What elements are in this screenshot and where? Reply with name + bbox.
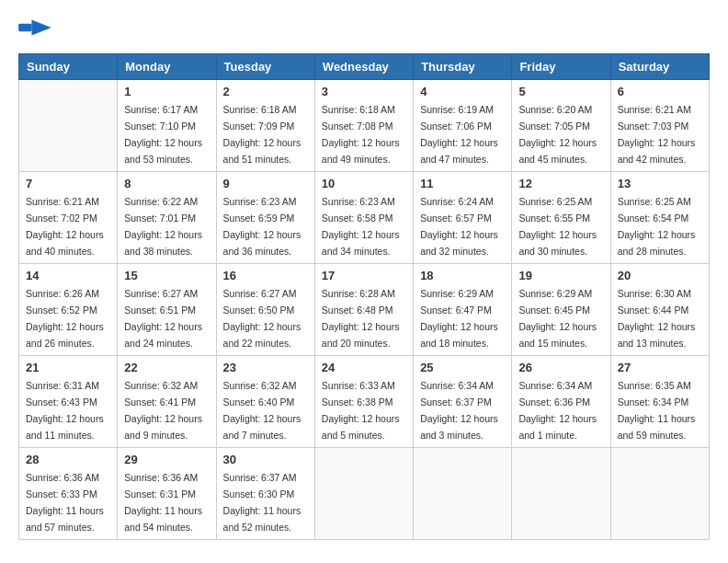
day-number: 2: [223, 85, 308, 98]
day-sunset: Sunset: 6:45 PM: [518, 304, 590, 316]
calendar-cell: 26 Sunrise: 6:34 AM Sunset: 6:36 PM Dayl…: [512, 356, 610, 448]
calendar-cell: 10 Sunrise: 6:23 AM Sunset: 6:58 PM Dayl…: [314, 172, 413, 264]
calendar-header-friday: Friday: [512, 54, 610, 80]
day-daylight: Daylight: 11 hours and 54 minutes.: [124, 505, 202, 533]
day-sunrise: Sunrise: 6:29 AM: [518, 288, 592, 299]
calendar-week-3: 14 Sunrise: 6:26 AM Sunset: 6:52 PM Dayl…: [19, 264, 710, 356]
calendar-cell: 28 Sunrise: 6:36 AM Sunset: 6:33 PM Dayl…: [19, 448, 118, 540]
day-sunset: Sunset: 7:02 PM: [26, 213, 97, 224]
calendar-cell: 11 Sunrise: 6:24 AM Sunset: 6:57 PM Dayl…: [414, 172, 512, 264]
day-daylight: Daylight: 12 hours and 20 minutes.: [322, 321, 400, 349]
day-number: 9: [223, 177, 308, 190]
calendar-cell: [19, 80, 118, 172]
svg-rect-0: [18, 24, 31, 32]
day-sunrise: Sunrise: 6:18 AM: [322, 104, 395, 115]
day-daylight: Daylight: 12 hours and 13 minutes.: [618, 321, 696, 349]
calendar-cell: 7 Sunrise: 6:21 AM Sunset: 7:02 PM Dayli…: [19, 172, 118, 264]
calendar-header-sunday: Sunday: [19, 54, 118, 80]
day-daylight: Daylight: 11 hours and 57 minutes.: [26, 505, 104, 533]
day-sunset: Sunset: 6:40 PM: [223, 396, 295, 408]
day-sunrise: Sunrise: 6:26 AM: [26, 288, 99, 299]
day-sunset: Sunset: 6:43 PM: [26, 396, 97, 408]
day-number: 18: [420, 269, 505, 282]
day-sunrise: Sunrise: 6:34 AM: [518, 380, 592, 391]
calendar-cell: 14 Sunrise: 6:26 AM Sunset: 6:52 PM Dayl…: [19, 264, 118, 356]
day-number: 17: [322, 269, 406, 282]
day-sunrise: Sunrise: 6:17 AM: [124, 104, 198, 115]
logo: [18, 18, 51, 39]
calendar-cell: 30 Sunrise: 6:37 AM Sunset: 6:30 PM Dayl…: [216, 448, 314, 540]
calendar-cell: 13 Sunrise: 6:25 AM Sunset: 6:54 PM Dayl…: [610, 172, 709, 264]
day-number: 29: [124, 453, 209, 466]
day-number: 8: [124, 177, 209, 190]
calendar-week-5: 28 Sunrise: 6:36 AM Sunset: 6:33 PM Dayl…: [19, 448, 710, 540]
day-number: 10: [322, 177, 406, 190]
day-number: 26: [518, 361, 603, 374]
day-sunset: Sunset: 6:37 PM: [420, 396, 492, 408]
calendar-header-thursday: Thursday: [414, 54, 512, 80]
day-number: 24: [322, 361, 406, 374]
day-sunrise: Sunrise: 6:30 AM: [618, 288, 691, 299]
day-daylight: Daylight: 12 hours and 32 minutes.: [420, 229, 498, 257]
day-sunrise: Sunrise: 6:36 AM: [26, 472, 99, 483]
calendar-cell: 23 Sunrise: 6:32 AM Sunset: 6:40 PM Dayl…: [216, 356, 314, 448]
day-sunrise: Sunrise: 6:32 AM: [223, 380, 297, 391]
day-sunset: Sunset: 6:48 PM: [322, 304, 393, 316]
day-sunrise: Sunrise: 6:33 AM: [322, 380, 395, 391]
calendar-cell: 29 Sunrise: 6:36 AM Sunset: 6:31 PM Dayl…: [118, 448, 216, 540]
calendar-cell: 12 Sunrise: 6:25 AM Sunset: 6:55 PM Dayl…: [512, 172, 610, 264]
calendar-cell: 15 Sunrise: 6:27 AM Sunset: 6:51 PM Dayl…: [118, 264, 216, 356]
day-daylight: Daylight: 11 hours and 52 minutes.: [223, 505, 301, 533]
header: [18, 18, 710, 39]
day-sunset: Sunset: 6:54 PM: [618, 213, 689, 224]
day-sunset: Sunset: 6:44 PM: [618, 304, 689, 316]
calendar-week-4: 21 Sunrise: 6:31 AM Sunset: 6:43 PM Dayl…: [19, 356, 710, 448]
calendar: SundayMondayTuesdayWednesdayThursdayFrid…: [18, 53, 710, 540]
day-daylight: Daylight: 12 hours and 22 minutes.: [223, 321, 301, 349]
day-number: 11: [420, 177, 505, 190]
day-number: 3: [322, 85, 406, 98]
day-sunset: Sunset: 6:38 PM: [322, 396, 393, 408]
day-sunset: Sunset: 7:06 PM: [420, 121, 492, 132]
day-number: 15: [124, 269, 209, 282]
calendar-cell: 6 Sunrise: 6:21 AM Sunset: 7:03 PM Dayli…: [610, 80, 709, 172]
calendar-cell: 4 Sunrise: 6:19 AM Sunset: 7:06 PM Dayli…: [414, 80, 512, 172]
day-sunrise: Sunrise: 6:31 AM: [26, 380, 99, 391]
day-sunset: Sunset: 6:50 PM: [223, 304, 295, 316]
day-sunrise: Sunrise: 6:28 AM: [322, 288, 395, 299]
calendar-header-monday: Monday: [118, 54, 216, 80]
calendar-cell: [414, 448, 512, 540]
day-sunrise: Sunrise: 6:27 AM: [223, 288, 297, 299]
day-sunrise: Sunrise: 6:22 AM: [124, 196, 198, 207]
day-number: 27: [618, 361, 702, 374]
day-sunset: Sunset: 6:36 PM: [518, 396, 590, 408]
day-sunrise: Sunrise: 6:29 AM: [420, 288, 494, 299]
day-sunrise: Sunrise: 6:23 AM: [223, 196, 297, 207]
day-sunset: Sunset: 7:09 PM: [223, 121, 295, 132]
calendar-cell: [314, 448, 413, 540]
day-sunrise: Sunrise: 6:24 AM: [420, 196, 494, 207]
day-sunset: Sunset: 6:51 PM: [124, 304, 196, 316]
day-daylight: Daylight: 12 hours and 5 minutes.: [322, 413, 400, 441]
calendar-header-saturday: Saturday: [610, 54, 709, 80]
calendar-header-row: SundayMondayTuesdayWednesdayThursdayFrid…: [19, 54, 710, 80]
calendar-week-2: 7 Sunrise: 6:21 AM Sunset: 7:02 PM Dayli…: [19, 172, 710, 264]
day-number: 6: [618, 85, 702, 98]
calendar-cell: 22 Sunrise: 6:32 AM Sunset: 6:41 PM Dayl…: [118, 356, 216, 448]
day-daylight: Daylight: 12 hours and 47 minutes.: [420, 137, 498, 165]
svg-marker-1: [31, 19, 51, 35]
day-sunset: Sunset: 6:55 PM: [518, 213, 590, 224]
day-sunset: Sunset: 6:58 PM: [322, 213, 393, 224]
day-sunset: Sunset: 7:08 PM: [322, 121, 393, 132]
calendar-header-wednesday: Wednesday: [314, 54, 413, 80]
day-daylight: Daylight: 12 hours and 3 minutes.: [420, 413, 498, 441]
day-sunrise: Sunrise: 6:37 AM: [223, 472, 297, 483]
day-sunset: Sunset: 7:03 PM: [618, 121, 689, 132]
day-daylight: Daylight: 12 hours and 34 minutes.: [322, 229, 400, 257]
day-number: 5: [518, 85, 603, 98]
day-daylight: Daylight: 12 hours and 38 minutes.: [124, 229, 202, 257]
day-daylight: Daylight: 12 hours and 1 minute.: [518, 413, 597, 441]
day-daylight: Daylight: 12 hours and 7 minutes.: [223, 413, 301, 441]
day-sunset: Sunset: 6:31 PM: [124, 488, 196, 500]
day-sunset: Sunset: 7:05 PM: [518, 121, 590, 132]
